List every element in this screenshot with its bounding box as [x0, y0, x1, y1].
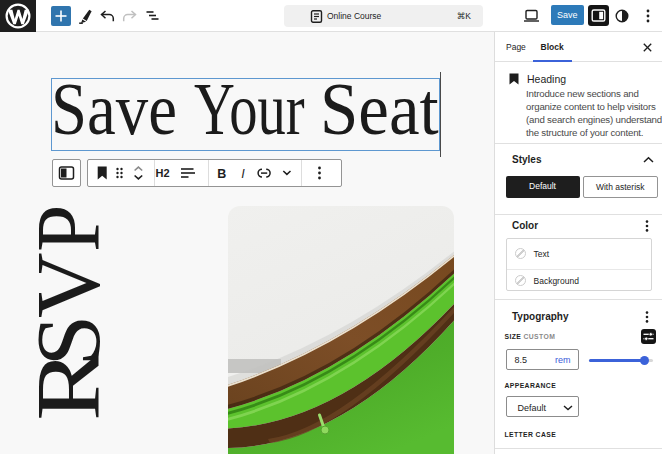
svg-text:R: R [16, 349, 118, 421]
svg-text:I: I [241, 167, 245, 181]
svg-text:P: P [16, 205, 118, 252]
svg-text:B: B [217, 167, 226, 181]
svg-text:V: V [17, 253, 119, 318]
svg-text:H2: H2 [155, 167, 169, 179]
